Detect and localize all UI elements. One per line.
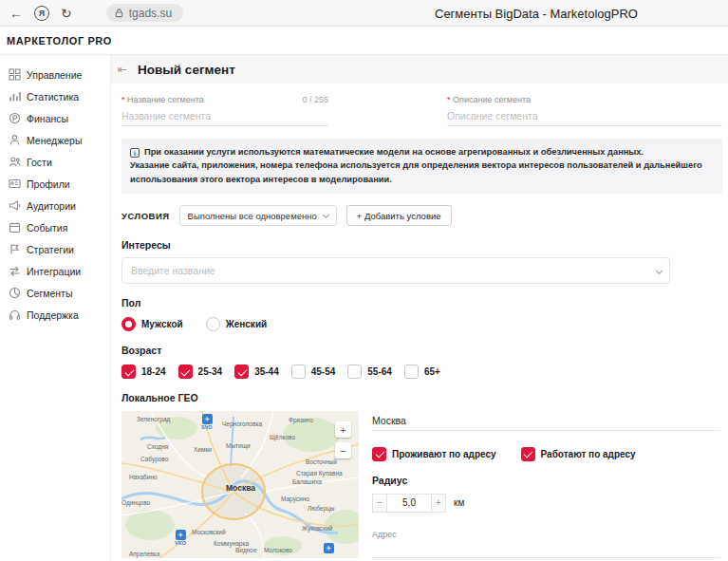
- map-zoom-controls: + −: [335, 421, 351, 458]
- gender-option-female[interactable]: Женский: [206, 317, 268, 331]
- lock-icon: [114, 8, 124, 18]
- gender-label: Пол: [121, 297, 722, 309]
- checkbox-icon: [521, 447, 535, 461]
- address-label: Адрес: [372, 530, 720, 539]
- checkbox-icon: [291, 365, 306, 379]
- city-input[interactable]: [372, 412, 720, 431]
- add-condition-button[interactable]: + Добавить условие: [346, 205, 452, 226]
- age-option-35-44[interactable]: 35-44: [234, 365, 279, 379]
- main-panel: ⇤ Новый сегмент Название сегмента 0 / 25…: [110, 55, 728, 561]
- checkbox-icon: [178, 365, 193, 379]
- finance-icon: [9, 112, 21, 124]
- gender-option-male[interactable]: Мужской: [121, 317, 183, 331]
- airport-marker: ✈VKO: [176, 530, 186, 540]
- notice-line-1: При оказании услуги используются математ…: [144, 147, 644, 157]
- geo-settings-panel: Проживают по адресу Работают по адресу Р…: [372, 411, 722, 558]
- page-title: Новый сегмент: [138, 63, 235, 77]
- app-header: МАРКЕТОЛОГ PRO: [0, 27, 728, 55]
- browser-chrome: ← Я ↻ tgads.su Сегменты BigData - Market…: [0, 0, 728, 27]
- radio-icon: [121, 317, 136, 331]
- info-banner: При оказании услуги используются математ…: [121, 139, 722, 195]
- headset-icon: [9, 309, 21, 321]
- address-bar[interactable]: tgads.su: [106, 4, 183, 22]
- checkbox-icon: [404, 365, 419, 379]
- age-option-25-34[interactable]: 25-34: [178, 365, 223, 379]
- geo-label: Локальное ГЕО: [121, 392, 722, 403]
- page-header: ⇤ Новый сегмент: [111, 55, 728, 84]
- checkbox-icon: [347, 365, 362, 379]
- sidebar-item-segments[interactable]: Сегменты: [0, 282, 110, 304]
- segment-description-label: Описание сегмента: [447, 95, 531, 104]
- radio-icon: [206, 317, 220, 331]
- geo-map[interactable]: ЗеленоградЧерноголовкаФрязиноЩёлковоМыти…: [121, 411, 359, 558]
- segment-name-input[interactable]: [121, 107, 328, 126]
- radius-plus-button[interactable]: +: [431, 494, 446, 513]
- refresh-icon[interactable]: ↻: [61, 7, 72, 20]
- conditions-select-value: Выполнены все одновременно: [188, 211, 317, 221]
- dashboard-icon: [9, 68, 21, 81]
- info-icon: [130, 148, 140, 158]
- zoom-out-button[interactable]: −: [335, 442, 351, 458]
- address-input[interactable]: [372, 539, 720, 558]
- radius-stepper: − 5,0 + км: [372, 494, 720, 513]
- sidebar-item-events[interactable]: События: [0, 216, 110, 238]
- chevron-down-icon: [323, 212, 329, 218]
- app-logo: МАРКЕТОЛОГ PRO: [7, 35, 112, 47]
- person-icon: [9, 134, 21, 146]
- segment-description-input[interactable]: [447, 107, 722, 126]
- calendar-icon: [9, 221, 21, 234]
- live-at-address-option[interactable]: Проживают по адресу: [372, 447, 496, 461]
- sidebar-item-statistics[interactable]: Статистика: [0, 85, 110, 107]
- airport-marker: ✈: [324, 543, 334, 553]
- interests-label: Интересы: [121, 239, 722, 251]
- age-option-65plus[interactable]: 65+: [404, 365, 440, 379]
- conditions-select[interactable]: Выполнены все одновременно: [179, 205, 337, 226]
- airport-marker: ✈SVO: [202, 414, 213, 424]
- audiences-icon: [9, 199, 21, 212]
- back-icon[interactable]: ←: [9, 7, 23, 20]
- flag-icon: [9, 243, 21, 255]
- stats-icon: [9, 90, 21, 103]
- zoom-in-button[interactable]: +: [335, 421, 351, 438]
- sidebar-item-support[interactable]: Поддержка: [0, 304, 110, 326]
- integrations-icon: [9, 265, 21, 277]
- window-title: Сегменты BigData - MarketologPRO: [435, 7, 638, 21]
- sidebar: Управление Статистика Финансы Менеджеры …: [0, 55, 110, 561]
- profile-card-icon: [9, 178, 21, 190]
- work-at-address-option[interactable]: Работают по адресу: [521, 447, 636, 461]
- age-label: Возраст: [121, 345, 722, 356]
- checkbox-icon: [121, 365, 136, 379]
- radius-value[interactable]: 5,0: [387, 494, 431, 513]
- map-graphic: [121, 411, 359, 558]
- checkbox-icon: [234, 365, 249, 379]
- segment-name-label: Название сегмента: [121, 95, 204, 104]
- char-counter: 0 / 255: [302, 95, 328, 104]
- sidebar-item-profiles[interactable]: Профили: [0, 173, 110, 195]
- notice-line-2: Указание сайта, приложения, номера телеф…: [130, 159, 714, 187]
- sidebar-item-audiences[interactable]: Аудитории: [0, 195, 110, 216]
- segments-icon: [9, 287, 21, 299]
- sidebar-item-management[interactable]: Управление: [0, 64, 110, 85]
- interests-combobox[interactable]: [121, 257, 670, 284]
- yandex-browser-icon[interactable]: Я: [34, 6, 49, 21]
- radius-minus-button[interactable]: −: [372, 494, 387, 513]
- radius-unit: км: [454, 497, 464, 508]
- age-option-18-24[interactable]: 18-24: [121, 365, 166, 379]
- conditions-label: УСЛОВИЯ: [121, 211, 170, 221]
- guests-icon: [9, 156, 21, 168]
- age-option-45-54[interactable]: 45-54: [291, 365, 336, 379]
- checkbox-icon: [372, 447, 386, 461]
- sidebar-item-strategies[interactable]: Стратегии: [0, 238, 110, 260]
- radius-label: Радиус: [372, 475, 720, 486]
- interests-input[interactable]: [122, 258, 669, 283]
- sidebar-item-guests[interactable]: Гости: [0, 151, 110, 173]
- segment-form: Название сегмента 0 / 255 Описание сегме…: [111, 84, 728, 561]
- sidebar-item-integrations[interactable]: Интеграции: [0, 260, 110, 282]
- sidebar-item-finance[interactable]: Финансы: [0, 107, 110, 129]
- sidebar-collapse-icon[interactable]: ⇤: [114, 63, 130, 76]
- sidebar-item-managers[interactable]: Менеджеры: [0, 129, 110, 151]
- url-text: tgads.su: [129, 7, 172, 20]
- age-option-55-64[interactable]: 55-64: [347, 365, 392, 379]
